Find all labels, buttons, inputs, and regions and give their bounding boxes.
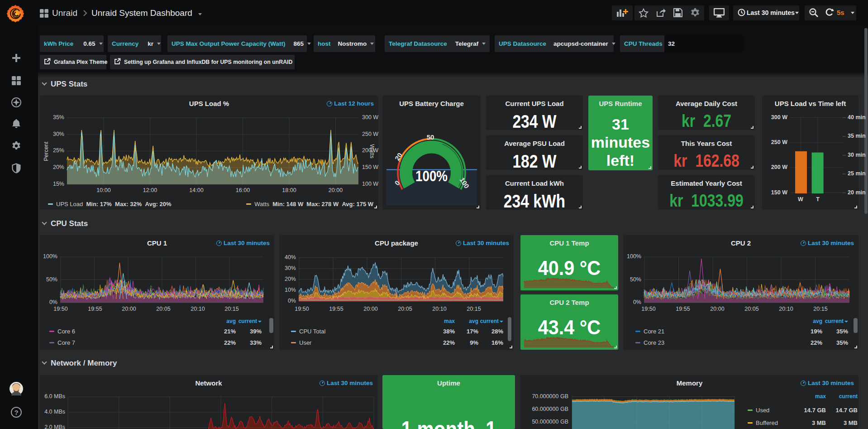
svg-text:50: 50 [427,133,434,141]
